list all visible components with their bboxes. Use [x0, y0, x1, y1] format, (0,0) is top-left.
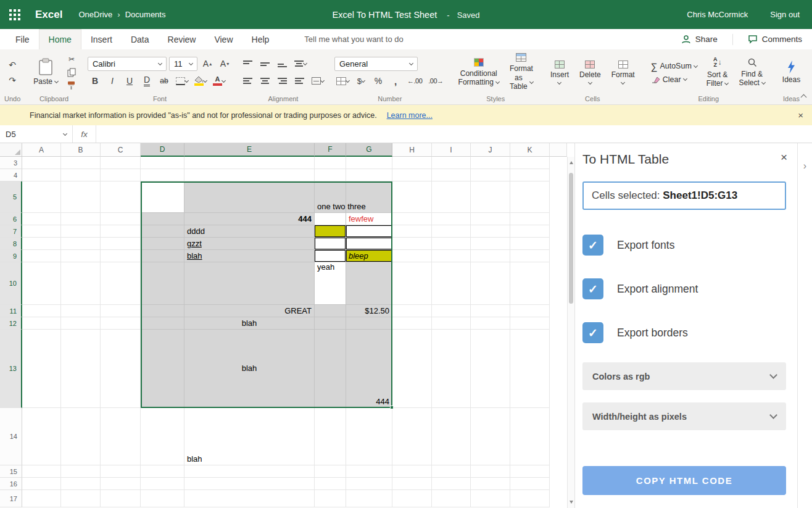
cell-E15[interactable] [184, 465, 315, 478]
cell-H7[interactable] [392, 225, 432, 238]
cell-A5[interactable] [22, 181, 61, 213]
cell-A11[interactable] [22, 305, 61, 317]
tab-file[interactable]: File [6, 29, 39, 49]
delete-cells-button[interactable]: Delete [575, 52, 605, 92]
breadcrumb-onedrive[interactable]: OneDrive [78, 10, 112, 19]
breadcrumb-documents[interactable]: Documents [125, 10, 166, 19]
cell-K10[interactable] [510, 262, 550, 305]
cell-F9[interactable] [315, 250, 346, 262]
cell-A13[interactable] [22, 330, 61, 408]
cell-H16[interactable] [392, 478, 432, 490]
cell-B3[interactable] [61, 157, 101, 169]
cell-D16[interactable] [141, 478, 184, 490]
ideas-button[interactable]: Ideas [778, 52, 805, 92]
number-format-select[interactable]: General [334, 57, 418, 71]
scroll-up-arrow[interactable] [570, 161, 573, 164]
cell-K8[interactable] [510, 238, 550, 250]
cell-D12[interactable] [141, 317, 184, 330]
accounting-format-button[interactable] [334, 74, 351, 88]
insert-cells-button[interactable]: Insert [546, 52, 573, 92]
cell-H6[interactable] [392, 213, 432, 225]
cell-A15[interactable] [22, 465, 61, 478]
formula-input[interactable] [96, 125, 812, 143]
cell-F10[interactable]: yeah [315, 262, 346, 305]
cell-I12[interactable] [432, 317, 471, 330]
cell-I3[interactable] [432, 157, 471, 169]
app-launcher-button[interactable] [0, 0, 29, 29]
cell-B11[interactable] [61, 305, 101, 317]
cell-K9[interactable] [510, 250, 550, 262]
cell-J15[interactable] [471, 465, 510, 478]
cell-I13[interactable] [432, 330, 471, 408]
select-all-corner[interactable] [0, 143, 22, 157]
italic-button[interactable]: I [105, 74, 120, 88]
cell-G6[interactable]: fewfew [346, 213, 392, 225]
cell-C3[interactable] [101, 157, 141, 169]
comments-button[interactable]: Comments [748, 35, 802, 44]
column-header-K[interactable]: K [510, 143, 550, 157]
decrease-indent-button[interactable] [292, 74, 307, 88]
clear-button[interactable]: Clear [648, 74, 690, 85]
cell-H3[interactable] [392, 157, 432, 169]
row-header-14[interactable]: 14 [0, 408, 22, 465]
cell-E4[interactable] [184, 169, 315, 181]
cell-B8[interactable] [61, 238, 101, 250]
cell-D9[interactable] [141, 250, 184, 262]
cell-H14[interactable] [392, 408, 432, 465]
tab-help[interactable]: Help [242, 29, 279, 49]
cell-J7[interactable] [471, 225, 510, 238]
cell-C14[interactable] [101, 408, 141, 465]
cell-B15[interactable] [61, 465, 101, 478]
row-header-4[interactable]: 4 [0, 169, 22, 181]
cell-H15[interactable] [392, 465, 432, 478]
cell-I6[interactable] [432, 213, 471, 225]
decrease-font-size-button[interactable]: A▾ [217, 57, 232, 71]
cell-E17[interactable] [184, 490, 315, 507]
cell-A6[interactable] [22, 213, 61, 225]
cell-J10[interactable] [471, 262, 510, 305]
cell-B12[interactable] [61, 317, 101, 330]
cell-D13[interactable] [141, 330, 184, 408]
cell-D14[interactable] [141, 408, 184, 465]
cell-F6[interactable] [315, 213, 346, 225]
cell-E3[interactable] [184, 157, 315, 169]
cell-G3[interactable] [346, 157, 392, 169]
cell-G12[interactable] [346, 317, 392, 330]
currency-button[interactable]: $ [354, 74, 368, 88]
cell-F11[interactable] [315, 305, 346, 317]
cell-A7[interactable] [22, 225, 61, 238]
cell-E12[interactable]: blah [184, 317, 315, 330]
cell-B14[interactable] [61, 408, 101, 465]
tell-me-box[interactable]: Tell me what you want to do [304, 29, 403, 49]
strikethrough-button[interactable]: ab [157, 74, 172, 88]
cell-A17[interactable] [22, 490, 61, 507]
decrease-decimal-button[interactable]: .00→ [426, 74, 445, 88]
paste-button[interactable]: Paste [29, 52, 62, 92]
cell-C17[interactable] [101, 490, 141, 507]
cell-A3[interactable] [22, 157, 61, 169]
document-title[interactable]: Excel To HTML Test Sheet [333, 10, 437, 20]
colors-as-rgb-dropdown[interactable]: Colors as rgb [582, 362, 786, 390]
cell-B9[interactable] [61, 250, 101, 262]
cell-D6[interactable] [141, 213, 184, 225]
column-header-A[interactable]: A [22, 143, 61, 157]
cell-A9[interactable] [22, 250, 61, 262]
cell-B4[interactable] [61, 169, 101, 181]
column-header-D[interactable]: D [141, 143, 184, 157]
cell-F7[interactable] [315, 225, 346, 238]
cell-E5[interactable] [184, 181, 315, 213]
cell-K11[interactable] [510, 305, 550, 317]
cell-I10[interactable] [432, 262, 471, 305]
align-left-button[interactable] [241, 74, 255, 88]
align-bottom-button[interactable] [275, 57, 290, 71]
cell-F12[interactable] [315, 317, 346, 330]
width-height-as-pixels-dropdown[interactable]: Width/height as pixels [582, 402, 786, 430]
row-header-5[interactable]: 5 [0, 181, 22, 213]
export-borders-row[interactable]: ✓ Export borders [582, 322, 786, 343]
cell-F4[interactable] [315, 169, 346, 181]
row-header-13[interactable]: 13 [0, 330, 22, 408]
cell-E10[interactable] [184, 262, 315, 305]
cell-I17[interactable] [432, 490, 471, 507]
conditional-formatting-button[interactable]: ConditionalFormatting [454, 52, 503, 92]
column-header-F[interactable]: F [315, 143, 346, 157]
